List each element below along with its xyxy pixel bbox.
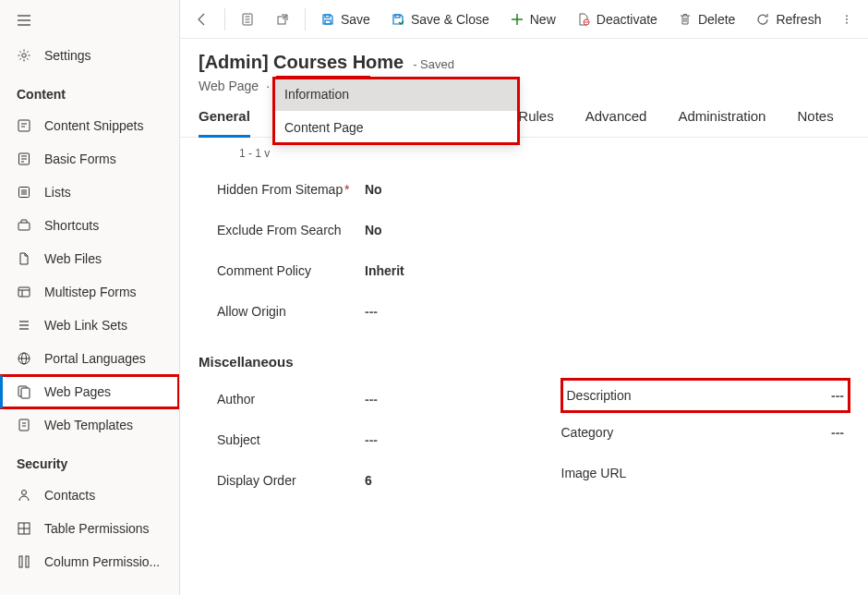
sidebar-label: Lists [44, 185, 71, 200]
more-commands-button[interactable] [832, 6, 862, 32]
sidebar-label: Contacts [44, 488, 95, 503]
sidebar-label: Multistep Forms [44, 285, 137, 299]
saveclose-button[interactable]: Save & Close [381, 6, 499, 32]
dropdown-item-information[interactable]: Information [273, 78, 519, 111]
truncated-partial-row: 1 - 1 v [217, 147, 850, 160]
sidebar-label: Column Permissio... [44, 554, 160, 569]
sidebar-item-column-permissions[interactable]: Column Permissio... [0, 545, 179, 578]
sidebar-label: Web Pages [44, 384, 111, 399]
field-label: Author [217, 392, 365, 407]
field-label: Exclude From Search [217, 223, 365, 237]
delete-label: Delete [698, 12, 735, 27]
form-body: 1 - 1 v Hidden From Sitemap* No Exclude … [180, 138, 868, 595]
field-value: --- [365, 304, 378, 319]
sidebar: Settings Content Content Snippets Basic … [0, 0, 180, 595]
field-value: Inherit [365, 263, 404, 278]
sidebar-item-web-link-sets[interactable]: Web Link Sets [0, 309, 179, 342]
svg-point-52 [847, 21, 849, 23]
field-value: --- [831, 388, 844, 403]
svg-rect-27 [19, 419, 29, 431]
sidebar-label: Shortcuts [44, 218, 99, 233]
sidebar-item-table-permissions[interactable]: Table Permissions [0, 512, 179, 545]
svg-rect-41 [325, 15, 330, 18]
field-label: Category [561, 425, 709, 440]
field-value: --- [365, 432, 378, 447]
hamburger-icon [17, 13, 31, 28]
open-record-set-button[interactable] [231, 6, 264, 32]
sidebar-item-web-templates[interactable]: Web Templates [0, 408, 179, 442]
field-subject[interactable]: Subject --- [217, 419, 506, 460]
command-bar: Save Save & Close New Deactivate Delete … [180, 0, 868, 39]
svg-rect-35 [26, 556, 29, 567]
entity-name: Web Page [199, 79, 259, 93]
field-author[interactable]: Author --- [217, 379, 506, 419]
refresh-icon [755, 12, 770, 27]
sidebar-item-contacts[interactable]: Contacts [0, 479, 179, 512]
sidebar-item-web-files[interactable]: Web Files [0, 242, 179, 275]
refresh-button[interactable]: Refresh [746, 6, 830, 32]
sidebar-item-lists[interactable]: Lists [0, 176, 179, 209]
saveclose-label: Save & Close [411, 12, 489, 27]
sidebar-item-shortcuts[interactable]: Shortcuts [0, 209, 179, 242]
field-allow-origin[interactable]: Allow Origin --- [217, 291, 850, 332]
popout-button[interactable] [266, 6, 299, 32]
main-content: Save Save & Close New Deactivate Delete … [180, 0, 868, 595]
popout-icon [275, 12, 290, 27]
dropdown-item-content-page[interactable]: Content Page [273, 111, 519, 144]
field-label: Hidden From Sitemap* [217, 182, 365, 197]
sidebar-item-multistep-forms[interactable]: Multistep Forms [0, 275, 179, 309]
field-comment-policy[interactable]: Comment Policy Inherit [217, 250, 850, 291]
field-value: 6 [365, 473, 372, 488]
hamburger-menu[interactable] [0, 0, 179, 39]
sidebar-item-content-snippets[interactable]: Content Snippets [0, 109, 179, 142]
delete-button[interactable]: Delete [669, 6, 744, 32]
multistep-icon [17, 285, 31, 299]
field-value: No [365, 223, 382, 237]
sidebar-item-portal-languages[interactable]: Portal Languages [0, 342, 179, 375]
deactivate-button[interactable]: Deactivate [567, 6, 667, 32]
svg-point-30 [22, 491, 27, 495]
snippet-icon [17, 118, 31, 133]
back-arrow-icon [195, 12, 210, 27]
field-exclude-from-search[interactable]: Exclude From Search No [217, 210, 850, 250]
tab-advanced[interactable]: Advanced [585, 108, 647, 137]
list-icon [17, 185, 31, 200]
sidebar-label: Web Link Sets [44, 318, 127, 333]
field-label: Subject [217, 432, 365, 447]
sidebar-item-basic-forms[interactable]: Basic Forms [0, 142, 179, 176]
save-button[interactable]: Save [311, 6, 380, 32]
page-status: - Saved [413, 57, 454, 71]
field-display-order[interactable]: Display Order 6 [217, 460, 506, 501]
field-image-url[interactable]: Image URL [561, 453, 850, 493]
record-set-icon [240, 12, 255, 27]
field-hidden-from-sitemap[interactable]: Hidden From Sitemap* No [217, 169, 850, 210]
form-icon [17, 152, 31, 166]
globe-icon [17, 351, 31, 366]
column-icon [17, 554, 31, 569]
section-content-title: Content [0, 72, 179, 109]
back-button[interactable] [186, 6, 219, 32]
deactivate-label: Deactivate [597, 12, 657, 27]
sidebar-item-settings[interactable]: Settings [0, 39, 179, 72]
new-button[interactable]: New [500, 6, 565, 32]
plus-icon [510, 12, 524, 27]
field-value: No [365, 182, 382, 197]
tab-administration[interactable]: Administration [678, 108, 766, 137]
svg-point-3 [22, 54, 26, 57]
settings-label: Settings [44, 48, 91, 63]
field-description[interactable]: Description --- [561, 379, 850, 412]
sidebar-label: Web Templates [44, 418, 133, 432]
field-value: --- [831, 425, 850, 440]
sidebar-label: Basic Forms [44, 152, 116, 166]
sidebar-item-web-pages[interactable]: Web Pages [0, 375, 179, 408]
saveclose-icon [391, 12, 405, 27]
tab-general[interactable]: General [199, 108, 250, 138]
field-category[interactable]: Category --- [561, 412, 850, 453]
field-label: Allow Origin [217, 304, 365, 319]
refresh-label: Refresh [776, 12, 821, 27]
tab-notes[interactable]: Notes [797, 108, 833, 137]
template-icon [17, 418, 31, 432]
person-icon [17, 488, 31, 503]
sidebar-label: Table Permissions [44, 521, 150, 536]
svg-point-50 [847, 15, 849, 17]
